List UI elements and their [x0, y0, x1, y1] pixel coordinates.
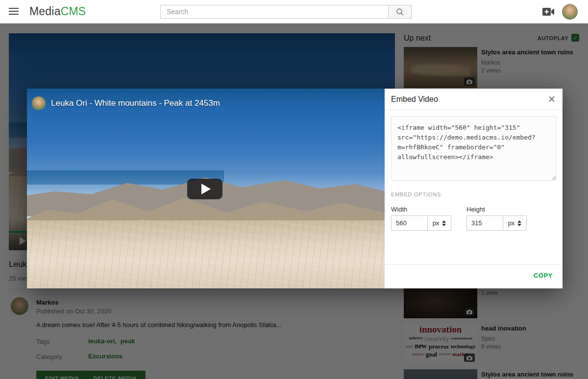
upload-video-icon[interactable]	[542, 6, 555, 17]
top-header: MediaCMS	[0, 0, 588, 24]
embed-options-label: EMBED OPTIONS	[391, 191, 441, 197]
height-unit-select[interactable]: px	[503, 215, 527, 231]
embed-preview-player[interactable]: Leuka Ori - White mountains - Peak at 24…	[27, 89, 385, 288]
search-icon	[396, 8, 404, 16]
mediacms-app: MediaCMS Leuka Ori - White moun	[0, 0, 588, 379]
copy-button[interactable]: COPY	[534, 272, 553, 279]
height-field-group: px	[466, 215, 527, 231]
spinner-icon	[442, 220, 446, 226]
preview-author-avatar	[32, 96, 46, 110]
unit-label: px	[508, 219, 515, 227]
menu-icon[interactable]	[9, 8, 19, 16]
search-button[interactable]	[388, 5, 412, 19]
modal-title: Embed Video	[391, 95, 438, 104]
video-plus-icon	[542, 6, 555, 17]
play-icon	[201, 184, 211, 194]
width-input[interactable]	[391, 215, 428, 231]
foreground-graphic	[27, 220, 385, 288]
user-avatar[interactable]	[562, 4, 578, 20]
embed-video-modal: Leuka Ori - White mountains - Peak at 24…	[27, 89, 563, 288]
height-label: Height	[466, 206, 485, 213]
unit-label: px	[433, 219, 440, 227]
logo-part2: CMS	[61, 5, 86, 18]
embed-code-textarea[interactable]: <iframe width="560" height="315" src="ht…	[391, 116, 557, 181]
spinner-icon	[517, 220, 521, 226]
close-icon[interactable]: ✕	[548, 94, 556, 105]
divider	[385, 264, 563, 265]
embed-panel: Embed Video ✕ <iframe width="560" height…	[385, 89, 563, 288]
logo-part1: Media	[29, 5, 61, 18]
search-bar	[160, 5, 412, 19]
logo[interactable]: MediaCMS	[29, 5, 86, 18]
height-input[interactable]	[466, 215, 503, 231]
divider	[385, 109, 563, 110]
search-input[interactable]	[160, 5, 388, 19]
preview-video-title: Leuka Ori - White mountains - Peak at 24…	[51, 98, 220, 108]
width-label: Width	[391, 206, 407, 213]
width-unit-select[interactable]: px	[428, 215, 451, 231]
width-field-group: px	[391, 215, 451, 231]
preview-play-button[interactable]	[187, 179, 222, 199]
